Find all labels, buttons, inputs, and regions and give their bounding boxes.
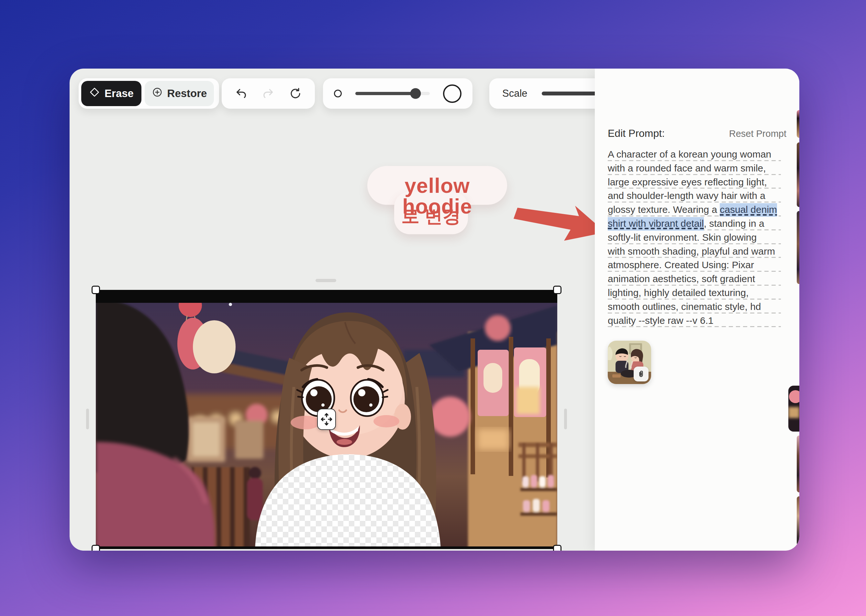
brush-min-icon	[334, 90, 342, 97]
history-thumbnail-sliver[interactable]	[797, 435, 799, 492]
prompt-text[interactable]: A character of a korean young woman with…	[608, 148, 786, 327]
eraser-icon	[89, 87, 100, 100]
prompt-line: with a rounded face and warm smile,	[608, 162, 786, 175]
brush-slider-thumb[interactable]	[410, 88, 421, 99]
move-image-handle[interactable]	[317, 409, 336, 430]
history-thumbnail-sliver[interactable]	[797, 211, 799, 284]
annotation-text-line2: 로 변경	[394, 207, 468, 225]
redo-icon	[262, 87, 275, 100]
redo-button[interactable]	[261, 86, 275, 101]
erase-label: Erase	[105, 87, 134, 100]
restore-label: Restore	[167, 87, 207, 100]
editor-window: Erase Restore	[69, 69, 799, 551]
undo-icon	[235, 87, 248, 100]
prompt-line: and shoulder-length wavy hair with a	[608, 189, 786, 203]
undo-button[interactable]	[234, 86, 248, 101]
prompt-line: softly-lit environment. Skin glowing	[608, 231, 786, 245]
move-arrows-icon	[320, 412, 333, 426]
tool-card: Erase Restore	[79, 78, 219, 109]
prompt-line: large expressive eyes reflecting light,	[608, 175, 786, 189]
highlighted-prompt-text: shirt with vibrant detail	[608, 217, 704, 231]
attachment-clip-badge	[633, 366, 649, 382]
scale-label: Scale	[502, 88, 528, 99]
history-thumbnail[interactable]	[788, 386, 799, 432]
prompt-line: smooth outlines, cinematic style, hd	[608, 300, 786, 314]
desktop-background: Erase Restore	[0, 0, 866, 616]
prompt-line: shirt with vibrant detail, standing in a	[608, 217, 786, 231]
plus-circle-icon	[152, 87, 163, 100]
reset-prompt-button[interactable]: Reset Prompt	[729, 129, 786, 139]
resize-handle-left[interactable]	[86, 409, 89, 429]
restore-button[interactable]: Restore	[145, 81, 214, 106]
brush-size-card	[323, 78, 473, 109]
resize-handle-right[interactable]	[564, 409, 567, 429]
prompt-line: with smooth shading, playful and warm	[608, 245, 786, 259]
resize-handle-top-right[interactable]	[553, 286, 561, 294]
reference-image-thumbnail[interactable]	[608, 341, 651, 384]
prompt-line: quality --style raw --v 6.1	[608, 314, 786, 328]
highlighted-prompt-text: casual denim	[720, 203, 777, 217]
brush-size-slider[interactable]	[355, 92, 430, 95]
history-card	[222, 78, 315, 109]
prompt-line: atmosphere. Created Using: Pixar	[608, 258, 786, 272]
resize-handle-top-left[interactable]	[91, 286, 100, 294]
history-thumbnail-sliver[interactable]	[797, 496, 799, 545]
paperclip-icon	[637, 370, 645, 378]
prompt-line: glossy texture. Wearing a casual denim	[608, 203, 786, 217]
resize-handle-bottom-left[interactable]	[91, 545, 100, 551]
reset-canvas-button[interactable]	[288, 86, 303, 101]
resize-handle-top[interactable]	[316, 279, 336, 282]
history-thumbnail-sliver[interactable]	[797, 142, 799, 207]
erase-button[interactable]: Erase	[81, 81, 141, 106]
prompt-line: lighting, highly detailed texturing,	[608, 286, 786, 300]
prompt-line: animation aesthetics, soft gradient	[608, 272, 786, 286]
resize-handle-bottom-right[interactable]	[553, 545, 561, 551]
refresh-icon	[289, 87, 302, 100]
prompt-panel: Edit Prompt: Reset Prompt A character of…	[595, 69, 799, 551]
brush-max-icon	[443, 85, 462, 103]
prompt-line: A character of a korean young woman	[608, 148, 786, 162]
history-thumbnail-sliver[interactable]	[797, 110, 799, 138]
edit-prompt-title: Edit Prompt:	[608, 127, 665, 140]
